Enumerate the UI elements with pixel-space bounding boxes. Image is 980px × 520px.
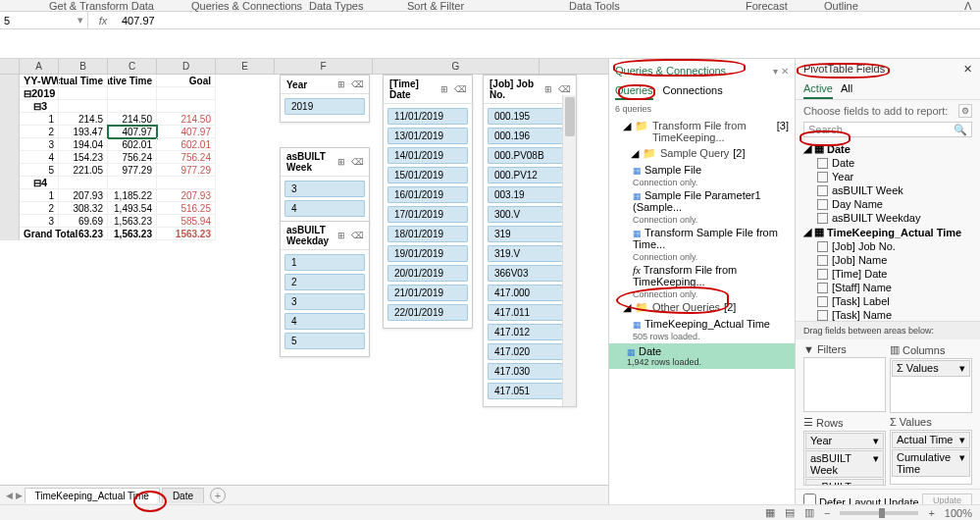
sheet-nav[interactable]: ◀ ▶ (6, 491, 23, 500)
status-bar: ▦ ▤ ▥ − + 100% (0, 504, 980, 520)
qc-tab-queries[interactable]: Queries (615, 82, 653, 100)
pt-field[interactable]: [Job] Job No. (803, 239, 972, 253)
query-item[interactable]: ▦Sample File (615, 162, 789, 178)
pivot-col-goal: Goal (157, 75, 216, 87)
ribbon-group-labels: Get & Transform Data Queries & Connectio… (0, 0, 980, 12)
ribbon-group: Sort & Filter (407, 0, 464, 12)
view-pagebreak-icon[interactable]: ▥ (804, 506, 814, 519)
sheet-tab-bar: ◀ ▶ TimeKeeping_Actual Time Date + (0, 485, 608, 504)
rows-icon: ☰ (803, 416, 813, 429)
pt-title: PivotTable Fields (803, 63, 885, 76)
zoom-in-button[interactable]: + (928, 507, 934, 519)
ribbon-group: Outline (824, 0, 858, 12)
area-columns[interactable]: Σ Values▾ (890, 358, 972, 413)
search-icon: 🔍 (954, 124, 967, 136)
query-item-date[interactable]: ▦Date 1,942 rows loaded. (609, 343, 795, 369)
ribbon-group: Forecast (746, 0, 788, 12)
columns-icon: ▥ (890, 343, 900, 356)
field-table-date[interactable]: ◢ ▦Date (803, 141, 972, 156)
column-headers[interactable]: A B C D E F G (0, 59, 608, 75)
slicer-job-no[interactable]: [Job] Job No.⊞⌫ 000.195000.196000.PV08B0… (483, 75, 577, 407)
zoom-level[interactable]: 100% (945, 507, 972, 519)
query-item[interactable]: ▦TimeKeeping_Actual Time (615, 316, 789, 332)
selected-cell[interactable]: 407.97 (108, 126, 157, 138)
pt-field[interactable]: asBUILT Week (803, 183, 972, 197)
values-icon: Σ (890, 416, 897, 428)
worksheet-area[interactable]: A B C D E F G YY-WW-DD▾ Actual Time Cumu… (0, 59, 608, 512)
slicer-time-date[interactable]: [Time] Date⊞⌫ 11/01/201913/01/201914/01/… (383, 75, 473, 329)
pt-field[interactable]: [Staff] Name (803, 281, 972, 294)
ribbon-group: Queries & Connections (191, 0, 302, 12)
pt-field[interactable]: Day Name (803, 197, 972, 211)
pt-tab-all[interactable]: All (841, 79, 852, 99)
ribbon-group: Data Types (309, 0, 363, 12)
area-values[interactable]: Actual Time▾Cumulative Time▾ (890, 430, 972, 485)
gear-icon[interactable]: ⚙ (958, 104, 972, 118)
slicer-year[interactable]: Year⊞⌫ 2019 (280, 75, 370, 123)
close-icon[interactable]: ✕ (963, 63, 972, 76)
pivottable-fields-pane: PivotTable Fields✕ Active All Choose fie… (795, 59, 980, 512)
slicer-weekday[interactable]: asBUILT Weekday⊞⌫ 1 2 3 4 5 (280, 221, 370, 357)
pt-field[interactable]: [Task] Name (803, 308, 972, 321)
area-filters[interactable] (803, 357, 886, 412)
view-normal-icon[interactable]: ▦ (765, 506, 775, 519)
pivot-col-cum: Cumulative Time (108, 75, 157, 87)
pt-field[interactable]: [Time] Date (803, 267, 972, 281)
query-item[interactable]: ▦Transform Sample File from Time... (615, 225, 789, 252)
field-table-tk[interactable]: ◢ ▦TimeKeeping_Actual Time (803, 225, 972, 239)
slicer-week[interactable]: asBUILT Week⊞⌫ 34 (280, 147, 370, 225)
query-item[interactable]: fx Transform File from TimeKeeping... (615, 262, 789, 289)
multiselect-icon[interactable]: ⊞ (335, 78, 347, 90)
area-rows[interactable]: Year▾asBUILT Week▾asBUILT Weekday▾ (803, 431, 886, 486)
clear-filter-icon[interactable]: ⌫ (351, 78, 363, 90)
pt-field[interactable]: [Task] Label (803, 294, 972, 308)
pt-field[interactable]: asBUILT Weekday (803, 211, 972, 225)
filter-icon: ▼ (803, 343, 814, 355)
name-box[interactable]: 5▾ (0, 12, 88, 28)
grand-total-label: Grand Total (20, 228, 78, 240)
pivot-col-yy[interactable]: YY-WW-DD (24, 75, 59, 86)
qc-tab-connections[interactable]: Connections (663, 82, 723, 100)
formula-input[interactable] (118, 15, 980, 26)
sheet-tab-date[interactable]: Date (162, 488, 204, 503)
fx-icon[interactable]: fx (88, 15, 118, 26)
pt-field[interactable]: Date (803, 156, 972, 170)
pt-tab-active[interactable]: Active (803, 79, 833, 99)
add-sheet-button[interactable]: + (210, 488, 226, 503)
ribbon-group: Data Tools (569, 0, 620, 12)
pt-field[interactable]: Year (803, 170, 972, 183)
query-item[interactable]: ▦Sample File Parameter1 (Sample... (615, 187, 789, 215)
qc-title: Queries & Connections▾ ✕ (615, 63, 789, 78)
zoom-slider[interactable] (840, 511, 918, 515)
queries-connections-pane: Queries & Connections▾ ✕ Queries Connect… (608, 59, 795, 512)
zoom-out-button[interactable]: − (824, 507, 830, 519)
pin-icon[interactable]: ▾ ✕ (773, 66, 789, 77)
sheet-tab-timekeeping[interactable]: TimeKeeping_Actual Time (25, 488, 160, 503)
view-pagelayout-icon[interactable]: ▤ (785, 506, 795, 519)
pivot-col-actual: Actual Time (59, 75, 108, 87)
pt-field[interactable]: [Job] Name (803, 253, 972, 267)
formula-bar: 5▾ fx (0, 12, 980, 29)
ribbon-group: Get & Transform Data (49, 0, 154, 12)
pt-search-input[interactable]: Search🔍 (803, 122, 972, 137)
